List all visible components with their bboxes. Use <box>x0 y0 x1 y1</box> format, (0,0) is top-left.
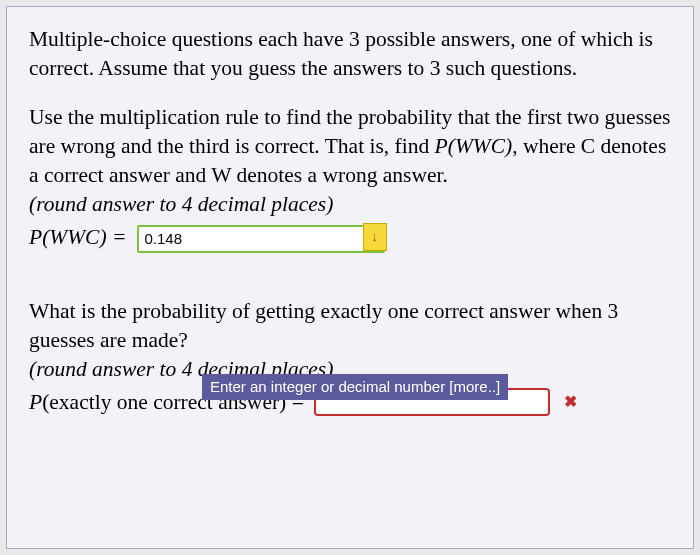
helper-text: Enter an integer or decimal number [more… <box>210 378 500 395</box>
p-wwc-notation: P(WWC) <box>435 134 513 158</box>
q1-input-wrap: ↓ <box>137 223 385 253</box>
question1-text: Use the multiplication rule to find the … <box>29 103 671 190</box>
q1-rounding-hint: (round answer to 4 decimal places) <box>29 190 671 219</box>
incorrect-x-icon: ✖ <box>564 391 577 413</box>
page-container: Multiple-choice questions each have 3 po… <box>0 0 700 555</box>
question-intro: Multiple-choice questions each have 3 po… <box>29 25 671 83</box>
q1-answer-input[interactable] <box>137 225 385 253</box>
q2-prompt: What is the probability of getting exact… <box>29 297 671 355</box>
input-helper-tooltip[interactable]: Enter an integer or decimal number [more… <box>202 374 508 400</box>
question-panel: Multiple-choice questions each have 3 po… <box>6 6 694 549</box>
q1-answer-row: P(WWC) = ↓ <box>29 223 671 253</box>
q1-label: P(WWC) = <box>29 223 127 252</box>
